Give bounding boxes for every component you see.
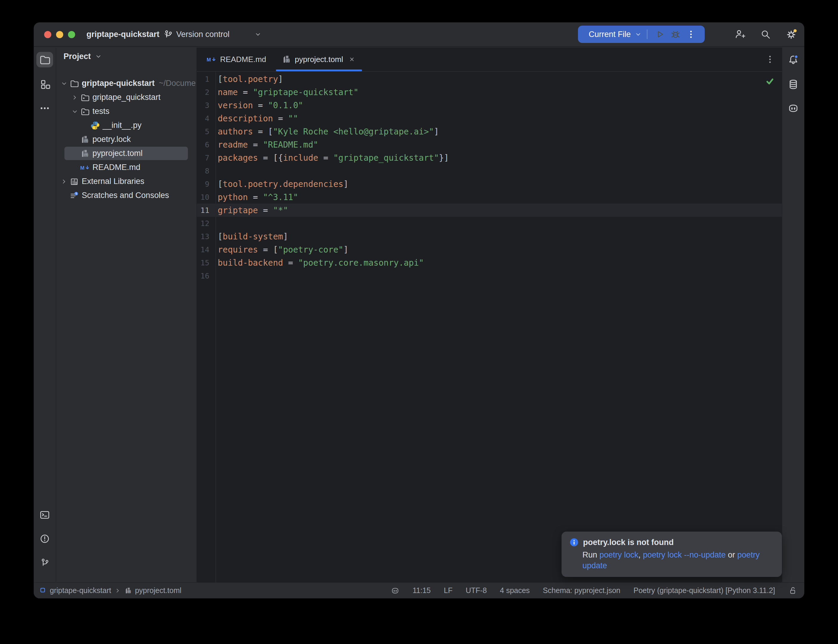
notification-link[interactable]: poetry lock --no-update <box>643 550 726 559</box>
database-toolwindow-button[interactable] <box>785 77 802 92</box>
folder-icon <box>69 79 79 89</box>
tree-item-tests[interactable]: tests <box>56 104 197 118</box>
structure-icon <box>39 79 50 90</box>
folder-dot-icon <box>80 107 90 117</box>
tree-item-readme-md[interactable]: MREADME.md <box>56 160 197 174</box>
project-tree: griptape-quickstart~/Documegriptape_quic… <box>56 76 197 202</box>
tree-item-scratches-and-consoles[interactable]: Scratches and Consoles <box>56 189 197 202</box>
project-widget[interactable]: griptape-quickstart <box>87 22 170 46</box>
editor-area: MREADME.md[T]pyproject.toml 1[tool.poetr… <box>197 48 782 582</box>
chevron-right-icon[interactable] <box>70 92 80 103</box>
tab-label: pyproject.toml <box>295 55 343 64</box>
code-line-7[interactable]: 7packages = [{include = "griptape_quicks… <box>197 151 782 164</box>
unlock-icon[interactable] <box>788 586 797 595</box>
status-item-4-spaces[interactable]: 4 spaces <box>500 586 530 595</box>
terminal-toolwindow-button[interactable] <box>36 507 53 522</box>
chevron-right-icon[interactable] <box>59 176 69 187</box>
vcs-toolwindow-button[interactable] <box>36 555 53 570</box>
more-toolwindows-button[interactable] <box>36 100 53 116</box>
code-text: build-backend = "poetry.core.masonry.api… <box>215 258 424 268</box>
copilot-status-icon[interactable] <box>391 586 399 595</box>
toml-icon: [T] <box>282 54 291 64</box>
status-bar: griptape-quickstart [T] pyproject.toml 1… <box>34 582 804 598</box>
tree-item-griptape-quickstart[interactable]: griptape_quickstart <box>56 90 197 104</box>
notifications-button[interactable] <box>785 52 802 67</box>
maximize-window-button[interactable] <box>68 31 75 38</box>
inspections-ok-icon[interactable] <box>764 76 776 87</box>
search-everywhere-button[interactable] <box>759 28 772 41</box>
close-tab-icon[interactable] <box>348 55 356 64</box>
status-item-lf[interactable]: LF <box>444 586 452 595</box>
minimize-window-button[interactable] <box>56 31 63 38</box>
code-line-5[interactable]: 5authors = ["Kyle Roche <hello@griptape.… <box>197 125 782 138</box>
tree-item-griptape-quickstart[interactable]: griptape-quickstart~/Docume <box>56 76 197 90</box>
tree-item-external-libraries[interactable]: External Libraries <box>56 174 197 189</box>
line-number: 16 <box>197 272 215 280</box>
breadcrumb-project[interactable]: griptape-quickstart <box>50 586 111 595</box>
line-number: 4 <box>197 114 215 123</box>
tree-item-label: tests <box>92 107 110 116</box>
tree-item-pyproject-toml[interactable]: [T]pyproject.toml <box>56 146 197 160</box>
line-number: 6 <box>197 140 215 149</box>
code-line-12[interactable]: 12 <box>197 217 782 230</box>
code-text: description = "" <box>215 113 298 123</box>
close-window-button[interactable] <box>44 31 51 38</box>
chevron-down-icon[interactable] <box>59 79 69 89</box>
status-item-utf-8[interactable]: UTF-8 <box>465 586 487 595</box>
code-line-14[interactable]: 14requires = ["poetry-core"] <box>197 243 782 256</box>
code-text: version = "0.1.0" <box>215 100 303 110</box>
line-number: 9 <box>197 180 215 189</box>
code-editor[interactable]: 1[tool.poetry]2name = "griptape-quicksta… <box>197 72 782 582</box>
more-run-options-button[interactable] <box>683 26 699 42</box>
window-controls <box>44 31 75 38</box>
code-line-2[interactable]: 2name = "griptape-quickstart" <box>197 85 782 99</box>
line-number: 12 <box>197 219 215 228</box>
tab-options-button[interactable] <box>764 53 777 66</box>
tree-item--init-py[interactable]: __init__.py <box>56 118 197 132</box>
debug-button[interactable] <box>668 26 683 42</box>
add-user-button[interactable] <box>733 28 746 41</box>
status-item-schema-pyproject-json[interactable]: Schema: pyproject.json <box>543 586 620 595</box>
chevron-spacer <box>70 135 80 145</box>
chevron-down-icon[interactable] <box>70 107 80 117</box>
vcs-widget[interactable]: Version control <box>163 22 262 46</box>
code-line-8[interactable]: 8 <box>197 164 782 177</box>
code-line-6[interactable]: 6readme = "README.md" <box>197 138 782 151</box>
project-panel-header[interactable]: Project <box>64 48 102 65</box>
tree-item-label: Scratches and Consoles <box>82 191 169 200</box>
svg-text:[T]: [T] <box>84 139 89 142</box>
code-line-16[interactable]: 16 <box>197 269 782 283</box>
code-line-13[interactable]: 13[build-system] <box>197 230 782 243</box>
project-panel: Project griptape-quickstart~/Documegript… <box>56 48 197 582</box>
notification-title: poetry.lock is not found <box>583 538 674 547</box>
tree-item-poetry-lock[interactable]: [T]poetry.lock <box>56 132 197 146</box>
code-line-9[interactable]: 9[tool.poetry.dependencies] <box>197 177 782 191</box>
tab-readme-md[interactable]: MREADME.md <box>199 48 274 71</box>
code-line-11[interactable]: 11griptape = "*" <box>197 204 782 217</box>
settings-button[interactable] <box>785 28 798 41</box>
tab-pyproject-toml[interactable]: [T]pyproject.toml <box>274 48 364 71</box>
library-icon <box>69 176 79 187</box>
run-config-selector[interactable]: Current File <box>589 30 631 39</box>
problems-toolwindow-button[interactable] <box>36 531 53 547</box>
chevron-spacer <box>80 120 90 131</box>
git-branch-icon <box>163 29 173 39</box>
status-item-11-15[interactable]: 11:15 <box>413 586 431 595</box>
breadcrumb-file[interactable]: pyproject.toml <box>135 586 182 595</box>
structure-toolwindow-button[interactable] <box>36 77 53 92</box>
right-toolwindow-stripe <box>782 48 804 582</box>
code-line-3[interactable]: 3version = "0.1.0" <box>197 99 782 112</box>
copilot-toolwindow-button[interactable] <box>785 100 802 116</box>
notification-link[interactable]: poetry lock <box>600 550 639 559</box>
code-line-4[interactable]: 4description = "" <box>197 112 782 125</box>
tree-item-label: pyproject.toml <box>92 149 143 158</box>
run-button[interactable] <box>652 26 668 42</box>
project-toolwindow-button[interactable] <box>36 52 53 67</box>
code-line-10[interactable]: 10python = "^3.11" <box>197 191 782 204</box>
vcs-label: Version control <box>176 30 230 39</box>
chevron-spacer <box>70 148 80 159</box>
status-item-poetry-griptape-quickstart-pyt[interactable]: Poetry (griptape-quickstart) [Python 3.1… <box>633 586 775 595</box>
code-line-1[interactable]: 1[tool.poetry] <box>197 72 782 85</box>
code-line-15[interactable]: 15build-backend = "poetry.core.masonry.a… <box>197 256 782 269</box>
chevron-down-icon <box>254 30 262 38</box>
